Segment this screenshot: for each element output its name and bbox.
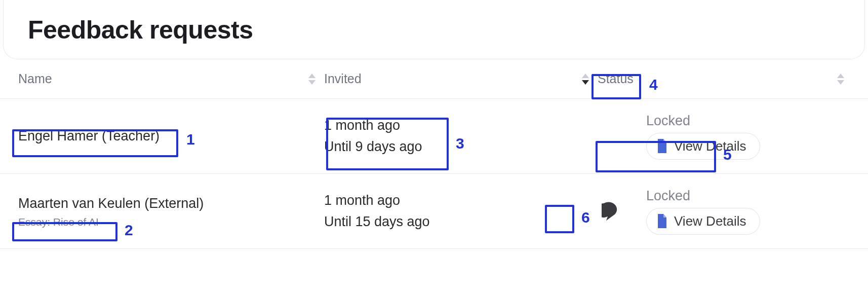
column-header-name-label: Name (18, 71, 52, 86)
row-invited-until: Until 15 days ago (324, 211, 430, 233)
column-header-invited-label: Invited (324, 71, 362, 86)
row-name: Maarten van Keulen (External) (18, 194, 204, 212)
document-icon (656, 214, 667, 228)
sort-icon (307, 74, 316, 85)
row-invited-since: 1 month ago (324, 115, 422, 136)
column-header-status[interactable]: Status (598, 71, 853, 86)
table-row: Engel Hamer (Teacher)1 month agoUntil 9 … (0, 99, 868, 174)
column-header-invited[interactable]: Invited (324, 71, 598, 86)
page-header: Feedback requests (3, 0, 865, 59)
view-details-label: View Details (674, 213, 746, 229)
page-title: Feedback requests (28, 15, 840, 45)
column-header-name[interactable]: Name (18, 71, 324, 86)
feedback-table: Name Invited Status (0, 59, 868, 249)
row-invited-since: 1 month ago (324, 190, 430, 211)
sort-icon (580, 74, 589, 85)
row-name: Engel Hamer (Teacher) (18, 127, 160, 145)
comment-icon[interactable] (602, 201, 624, 222)
row-subtitle: Essay: Rise of AI (18, 216, 204, 228)
table-header-row: Name Invited Status (0, 59, 868, 99)
row-status: Locked (646, 113, 760, 129)
row-invited-until: Until 9 days ago (324, 136, 422, 158)
view-details-button[interactable]: View Details (646, 208, 760, 235)
view-details-label: View Details (674, 138, 746, 154)
view-details-button[interactable]: View Details (646, 133, 760, 160)
column-header-status-label: Status (598, 71, 634, 86)
sort-icon (836, 74, 845, 85)
row-status: Locked (646, 188, 760, 204)
document-icon (656, 139, 667, 153)
table-row: Maarten van Keulen (External)Essay: Rise… (0, 174, 868, 249)
